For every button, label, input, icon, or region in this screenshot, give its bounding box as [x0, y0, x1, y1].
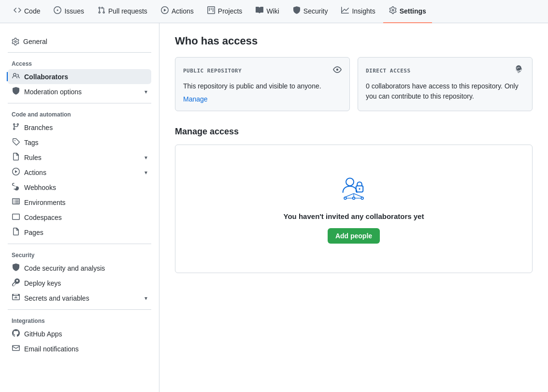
- svg-point-0: [346, 178, 354, 186]
- sidebar-item-email-notifications[interactable]: Email notifications: [8, 341, 151, 356]
- branches-icon: [12, 123, 20, 132]
- sidebar-environments-label: Environments: [24, 199, 66, 206]
- sidebar-divider-1: [8, 52, 151, 53]
- svg-point-4: [353, 197, 355, 200]
- no-collab-illustration: [334, 174, 373, 203]
- rules-icon: [12, 153, 20, 162]
- nav-wiki[interactable]: Wiki: [250, 0, 285, 23]
- manage-access-title: Manage access: [175, 127, 533, 137]
- sidebar-code-security-label: Code security and analysis: [24, 264, 105, 272]
- layout: General Access Collaborators Moderation …: [0, 23, 548, 392]
- public-repo-text: This repository is public and visible to…: [183, 81, 342, 91]
- nav-insights-label: Insights: [352, 7, 375, 15]
- nav-code[interactable]: Code: [8, 0, 46, 23]
- sidebar-item-actions[interactable]: Actions ▾: [8, 165, 151, 180]
- nav-projects[interactable]: Projects: [202, 0, 248, 23]
- projects-icon: [207, 6, 215, 16]
- svg-line-9: [345, 193, 354, 197]
- nav-settings-label: Settings: [400, 7, 426, 15]
- sidebar-item-rules[interactable]: Rules ▾: [8, 150, 151, 165]
- sidebar-item-pages[interactable]: Pages: [8, 225, 151, 240]
- direct-access-label: DIRECT ACCESS: [366, 68, 411, 74]
- sidebar-actions-label: Actions: [24, 169, 46, 176]
- nav-projects-label: Projects: [218, 7, 243, 15]
- collab-icon-wrapper: [334, 174, 373, 204]
- manage-link[interactable]: Manage: [183, 95, 208, 103]
- top-nav: Code Issues Pull requests Actions Projec…: [0, 0, 548, 23]
- environments-icon: [12, 198, 20, 207]
- sidebar-branches-label: Branches: [24, 124, 53, 131]
- code-security-icon: [12, 263, 20, 273]
- github-apps-icon: [12, 329, 20, 338]
- add-people-button[interactable]: Add people: [328, 228, 380, 244]
- issues-icon: [54, 6, 61, 16]
- sidebar-collaborators-label: Collaborators: [24, 73, 68, 81]
- nav-issues[interactable]: Issues: [48, 0, 89, 23]
- sidebar-section-security: Security: [8, 248, 151, 261]
- sidebar-section-code-automation: Code and automation: [8, 107, 151, 120]
- sidebar: General Access Collaborators Moderation …: [0, 23, 159, 392]
- code-icon: [14, 6, 21, 16]
- access-cards: PUBLIC REPOSITORY This repository is pub…: [175, 57, 533, 111]
- sidebar-secrets-label: Secrets and variables: [24, 294, 89, 302]
- sidebar-section-integrations: Integrations: [8, 314, 151, 326]
- moderation-icon: [12, 87, 20, 96]
- manage-access-box: You haven't invited any collaborators ye…: [175, 145, 533, 273]
- sidebar-item-github-apps[interactable]: GitHub Apps: [8, 326, 151, 341]
- secrets-chevron: ▾: [144, 295, 147, 302]
- sidebar-github-apps-label: GitHub Apps: [24, 330, 62, 338]
- sidebar-item-codespaces[interactable]: Codespaces: [8, 210, 151, 225]
- direct-access-text: 0 collaborators have access to this repo…: [366, 81, 524, 102]
- public-repo-label: PUBLIC REPOSITORY: [183, 68, 242, 74]
- nav-actions-label: Actions: [172, 7, 194, 15]
- sidebar-divider-3: [8, 244, 151, 244]
- nav-settings[interactable]: Settings: [383, 0, 432, 23]
- direct-access-card: DIRECT ACCESS 0 collaborators have acces…: [358, 57, 533, 111]
- sidebar-general[interactable]: General: [8, 35, 151, 48]
- sidebar-item-collaborators[interactable]: Collaborators: [8, 69, 151, 84]
- sidebar-webhooks-label: Webhooks: [24, 184, 56, 191]
- pull-requests-icon: [98, 6, 105, 16]
- sidebar-rules-label: Rules: [24, 154, 42, 161]
- actions-sidebar-icon: [12, 168, 20, 177]
- sidebar-item-tags[interactable]: Tags: [8, 135, 151, 150]
- sidebar-general-label: General: [23, 38, 47, 45]
- sidebar-section-access: Access: [8, 57, 151, 69]
- nav-issues-label: Issues: [64, 7, 84, 15]
- actions-icon: [161, 6, 169, 16]
- actions-chevron: ▾: [144, 169, 147, 176]
- sidebar-deploy-keys-label: Deploy keys: [24, 279, 61, 287]
- wiki-icon: [256, 6, 263, 16]
- rules-chevron: ▾: [144, 154, 147, 161]
- sidebar-item-secrets[interactable]: Secrets and variables ▾: [8, 290, 151, 305]
- sidebar-item-moderation[interactable]: Moderation options ▾: [8, 84, 151, 99]
- nav-pull-requests[interactable]: Pull requests: [92, 0, 153, 23]
- moderation-chevron: ▾: [144, 88, 147, 95]
- nav-security-label: Security: [303, 7, 328, 15]
- public-repo-card: PUBLIC REPOSITORY This repository is pub…: [175, 57, 350, 111]
- codespaces-icon: [12, 213, 20, 222]
- sidebar-item-deploy-keys[interactable]: Deploy keys: [8, 276, 151, 290]
- sidebar-item-webhooks[interactable]: Webhooks: [8, 180, 151, 195]
- sidebar-item-code-security[interactable]: Code security and analysis: [8, 261, 151, 276]
- sidebar-divider-2: [8, 103, 151, 103]
- collaborators-icon: [12, 72, 20, 81]
- webhooks-icon: [12, 183, 20, 192]
- svg-point-5: [361, 197, 363, 200]
- nav-security[interactable]: Security: [287, 0, 334, 23]
- gear-icon: [12, 38, 19, 45]
- person-search-icon: [516, 65, 524, 76]
- insights-icon: [341, 6, 349, 16]
- svg-point-2: [359, 188, 360, 189]
- sidebar-pages-label: Pages: [24, 229, 43, 236]
- nav-insights[interactable]: Insights: [335, 0, 381, 23]
- nav-wiki-label: Wiki: [266, 7, 279, 15]
- eye-icon: [333, 65, 342, 76]
- nav-actions[interactable]: Actions: [155, 0, 200, 23]
- security-icon: [293, 6, 301, 16]
- sidebar-item-branches[interactable]: Branches: [8, 120, 151, 135]
- sidebar-moderation-label: Moderation options: [24, 88, 82, 96]
- sidebar-item-environments[interactable]: Environments: [8, 195, 151, 210]
- pages-icon: [12, 228, 20, 237]
- tags-icon: [12, 138, 20, 147]
